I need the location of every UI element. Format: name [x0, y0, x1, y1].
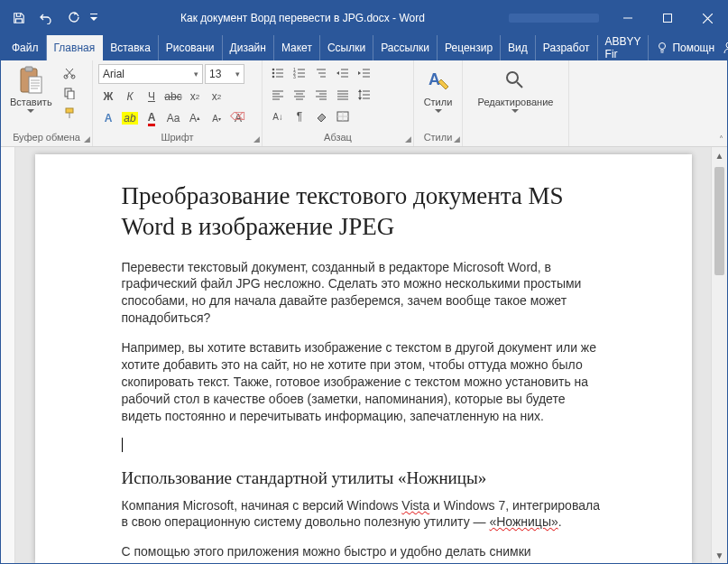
font-name-combo[interactable]: Arial▾: [98, 64, 203, 84]
tab-mailings[interactable]: Рассылки: [373, 35, 438, 60]
svg-point-11: [272, 69, 275, 71]
increase-indent-button[interactable]: [355, 64, 374, 82]
align-left-button[interactable]: [268, 86, 288, 104]
align-center-button[interactable]: [290, 86, 309, 104]
cut-button[interactable]: [60, 64, 79, 82]
justify-button[interactable]: [333, 86, 353, 104]
underline-button[interactable]: Ч: [142, 88, 161, 106]
tab-file[interactable]: Файл: [1, 35, 47, 60]
page[interactable]: Преобразование текстового документа MS W…: [35, 154, 692, 563]
italic-button[interactable]: К: [120, 88, 140, 106]
word-window: Как документ Ворд перевести в JPG.docx -…: [0, 0, 728, 564]
format-painter-button[interactable]: [60, 104, 79, 122]
paste-button[interactable]: Вставить: [6, 64, 56, 116]
svg-rect-10: [66, 108, 73, 113]
tab-draw[interactable]: Рисовани: [159, 35, 223, 60]
scroll-track[interactable]: [712, 163, 727, 547]
document-viewport[interactable]: Преобразование текстового документа MS W…: [15, 147, 711, 563]
tell-me-search[interactable]: Помощн: [649, 35, 722, 60]
superscript-button[interactable]: x2: [207, 88, 226, 106]
sort-button[interactable]: A↓: [268, 107, 288, 125]
svg-text:A: A: [429, 70, 440, 88]
title-decoration: [509, 14, 599, 23]
svg-rect-5: [29, 77, 41, 93]
svg-point-19: [507, 72, 518, 83]
line-spacing-button[interactable]: [355, 86, 374, 104]
styles-button[interactable]: A Стили: [420, 64, 456, 116]
ribbon-tabs: Файл Главная Вставка Рисовани Дизайн Мак…: [1, 35, 727, 60]
collapse-ribbon-button[interactable]: ˄: [719, 134, 723, 144]
tab-developer[interactable]: Разработ: [536, 35, 598, 60]
share-button[interactable]: [722, 35, 728, 60]
minimize-button[interactable]: [608, 1, 648, 35]
styles-icon: A: [424, 66, 453, 95]
group-editing: Редактирование: [463, 60, 569, 146]
copy-button[interactable]: [60, 84, 79, 102]
tab-abbyy[interactable]: ABBYY Fir: [598, 35, 650, 60]
font-size-value: 13: [209, 68, 221, 80]
vertical-scrollbar[interactable]: ▲ ▼: [711, 147, 727, 563]
svg-point-1: [659, 43, 666, 50]
doc-paragraph: С помощью этого приложения можно быстро …: [122, 543, 605, 560]
borders-button[interactable]: [333, 107, 353, 125]
tab-layout[interactable]: Макет: [274, 35, 320, 60]
scroll-thumb[interactable]: [714, 167, 724, 275]
doc-paragraph: Перевести текстовый документ, созданный …: [122, 259, 605, 328]
change-case-button[interactable]: Aa: [163, 109, 183, 127]
tab-design[interactable]: Дизайн: [223, 35, 274, 60]
subscript-button[interactable]: x2: [185, 88, 205, 106]
group-font: Arial▾ 13▾ Ж К Ч abc x2 x2 A ab: [93, 60, 263, 146]
doc-paragraph: Например, вы хотите вставить изображение…: [122, 339, 605, 424]
grow-font-button[interactable]: A▴: [185, 109, 205, 127]
bullets-button[interactable]: [268, 64, 288, 82]
font-color-button[interactable]: A: [142, 109, 161, 127]
show-marks-button[interactable]: ¶: [290, 107, 309, 125]
clear-formatting-button[interactable]: A⌫: [228, 109, 248, 127]
qat-customize-button[interactable]: [88, 5, 100, 31]
redo-button[interactable]: [60, 5, 86, 31]
multilevel-list-button[interactable]: [311, 64, 331, 82]
close-button[interactable]: [687, 1, 727, 35]
maximize-button[interactable]: [648, 1, 687, 35]
tab-view[interactable]: Вид: [501, 35, 536, 60]
font-size-combo[interactable]: 13▾: [205, 64, 244, 84]
group-label-font: Шрифт◢: [93, 130, 262, 146]
font-launcher[interactable]: ◢: [253, 134, 260, 143]
svg-rect-0: [664, 14, 672, 23]
tab-home[interactable]: Главная: [47, 35, 104, 60]
clipboard-launcher[interactable]: ◢: [84, 134, 90, 143]
scroll-up-button[interactable]: ▲: [712, 147, 727, 163]
highlight-button[interactable]: ab: [120, 109, 140, 127]
vertical-ruler[interactable]: [1, 147, 15, 563]
styles-launcher[interactable]: ◢: [454, 134, 460, 143]
shrink-font-button[interactable]: A▾: [207, 109, 226, 127]
paragraph-launcher[interactable]: ◢: [405, 134, 411, 143]
group-label-editing: [463, 130, 568, 146]
doc-heading-2: Использование стандартной утилиты «Ножни…: [122, 468, 605, 488]
editing-button[interactable]: Редактирование: [475, 64, 558, 116]
shading-button[interactable]: [311, 107, 331, 125]
scroll-down-button[interactable]: ▼: [712, 547, 727, 563]
text-effects-button[interactable]: A: [98, 109, 118, 127]
tab-references[interactable]: Ссылки: [320, 35, 373, 60]
chevron-down-icon: [511, 109, 519, 114]
font-name-value: Arial: [103, 68, 124, 80]
clipboard-icon: [16, 66, 45, 95]
text-cursor: [122, 438, 605, 452]
bold-button[interactable]: Ж: [98, 88, 118, 106]
paste-label: Вставить: [10, 97, 52, 107]
tab-insert[interactable]: Вставка: [103, 35, 159, 60]
decrease-indent-button[interactable]: [333, 64, 353, 82]
numbering-button[interactable]: 123: [290, 64, 309, 82]
ribbon: Вставить Буфер обмена◢ Arial▾: [1, 60, 727, 147]
editing-label: Редактирование: [478, 97, 554, 107]
align-right-button[interactable]: [311, 86, 331, 104]
group-label-paragraph: Абзац◢: [263, 130, 413, 146]
tab-review[interactable]: Рецензир: [438, 35, 501, 60]
group-clipboard: Вставить Буфер обмена◢: [1, 60, 93, 146]
strikethrough-button[interactable]: abc: [163, 88, 183, 106]
save-button[interactable]: [6, 5, 32, 31]
document-area: Преобразование текстового документа MS W…: [1, 147, 727, 563]
undo-button[interactable]: [33, 5, 59, 31]
spelling-error: Vista: [401, 498, 429, 513]
